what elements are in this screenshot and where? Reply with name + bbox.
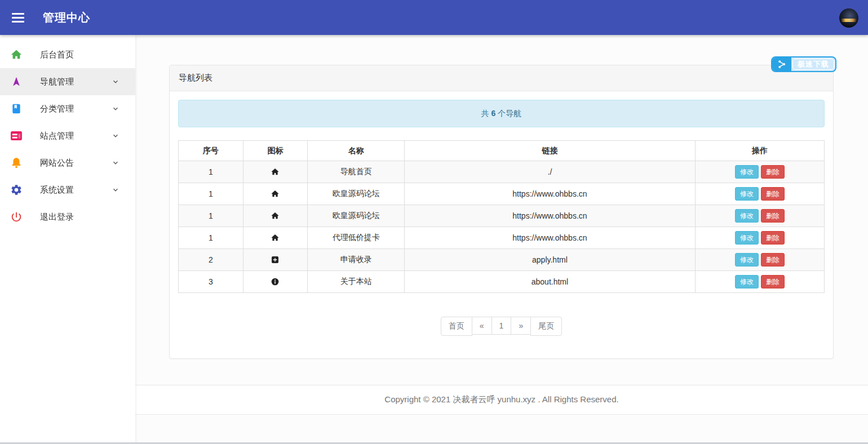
cell-link: about.html — [405, 271, 696, 293]
book-icon — [10, 102, 23, 116]
nav-table: 序号 图标 名称 链接 操作 1 导航首页 ./ 修改删除 — [178, 140, 825, 293]
power-icon — [10, 210, 23, 224]
table-row: 1 代理低价提卡 https://www.ohbbs.cn 修改删除 — [179, 227, 825, 249]
table-header-row: 序号 图标 名称 链接 操作 — [179, 141, 825, 161]
alert-suffix: 个导航 — [495, 109, 521, 118]
nav-count-alert: 共 6 个导航 — [178, 100, 825, 127]
table-row: 1 欧皇源码论坛 https://www.ohbbs.cn 修改删除 — [179, 183, 825, 205]
table-row: 2 申请收录 apply.html 修改删除 — [179, 249, 825, 271]
edit-button[interactable]: 修改 — [735, 253, 759, 267]
home-icon — [243, 233, 308, 242]
chevron-down-icon — [112, 186, 119, 194]
page-footer: Copyright © 2021 决裁者云呼 yunhu.xyz . All R… — [135, 385, 868, 415]
column-header-seq: 序号 — [179, 141, 243, 161]
table-row: 1 欧皇源码论坛 https://www.ohbbs.cn 修改删除 — [179, 205, 825, 227]
cell-link: apply.html — [405, 249, 696, 271]
edit-button[interactable]: 修改 — [735, 209, 759, 223]
cell-name: 欧皇源码论坛 — [308, 205, 405, 227]
chevron-down-icon — [112, 159, 119, 167]
menu-toggle-icon[interactable] — [0, 0, 36, 35]
gear-icon — [10, 183, 23, 197]
cell-link: https://www.ohbbs.cn — [405, 183, 696, 205]
nav-list-panel: 导航列表 共 6 个导航 序号 图标 名称 链接 操作 — [169, 65, 834, 359]
main-content: 极速下载 导航列表 共 6 个导航 序号 图标 名称 链接 操作 — [135, 0, 868, 444]
home-icon — [243, 167, 308, 176]
cell-icon — [243, 205, 308, 227]
table-row: 3 关于本站 about.html 修改删除 — [179, 271, 825, 293]
column-header-actions: 操作 — [695, 141, 824, 161]
edit-button[interactable]: 修改 — [735, 187, 759, 201]
pagination-last[interactable]: 尾页 — [530, 317, 562, 336]
home-icon — [243, 189, 308, 198]
pagination-page-1[interactable]: 1 — [491, 317, 512, 335]
pagination-first[interactable]: 首页 — [441, 317, 472, 336]
cell-seq: 3 — [179, 271, 243, 293]
navigation-icon — [10, 75, 23, 88]
pagination-next[interactable]: » — [511, 317, 531, 335]
delete-button[interactable]: 删除 — [761, 253, 785, 267]
delete-button[interactable]: 删除 — [761, 275, 785, 289]
sidebar: 后台首页 导航管理 分类管理 站点管理 网站公告 — [0, 35, 135, 444]
cell-actions: 修改删除 — [695, 249, 824, 271]
plus-square-icon — [243, 255, 308, 264]
panel-body: 共 6 个导航 序号 图标 名称 链接 操作 1 — [170, 91, 833, 358]
column-header-icon: 图标 — [243, 141, 308, 161]
cell-name: 申请收录 — [308, 249, 405, 271]
quick-download-overlay-button[interactable]: 极速下载 — [771, 56, 836, 72]
alert-prefix: 共 — [481, 109, 491, 118]
cell-actions: 修改删除 — [695, 205, 824, 227]
delete-button[interactable]: 删除 — [761, 209, 785, 223]
sidebar-item-nav-manage[interactable]: 导航管理 — [0, 68, 135, 95]
delete-button[interactable]: 删除 — [761, 187, 785, 201]
sidebar-item-site-manage[interactable]: 站点管理 — [0, 122, 135, 149]
pagination-prev[interactable]: « — [472, 317, 492, 335]
cell-actions: 修改删除 — [695, 183, 824, 205]
panel-title: 导航列表 — [170, 65, 833, 91]
cell-actions: 修改删除 — [695, 161, 824, 183]
quick-download-label: 极速下载 — [792, 59, 834, 70]
table-row: 1 导航首页 ./ 修改删除 — [179, 161, 825, 183]
bell-icon — [10, 156, 23, 170]
share-nodes-icon — [772, 57, 791, 71]
delete-button[interactable]: 删除 — [761, 165, 785, 179]
cell-name: 欧皇源码论坛 — [308, 183, 405, 205]
cell-link: ./ — [405, 161, 696, 183]
copyright-text: Copyright © 2021 决裁者云呼 yunhu.xyz . All R… — [384, 394, 618, 405]
cell-seq: 1 — [179, 183, 243, 205]
column-header-name: 名称 — [308, 141, 405, 161]
home-icon — [10, 48, 23, 61]
cell-seq: 1 — [179, 205, 243, 227]
cell-link: https://www.ohbbs.cn — [405, 227, 696, 249]
cell-icon — [243, 183, 308, 205]
chevron-down-icon — [112, 105, 119, 113]
cell-icon — [243, 161, 308, 183]
column-header-link: 链接 — [405, 141, 696, 161]
cell-name: 导航首页 — [308, 161, 405, 183]
sidebar-item-category-manage[interactable]: 分类管理 — [0, 95, 135, 122]
pagination: 首页 « 1 » 尾页 — [178, 317, 825, 336]
cell-link: https://www.ohbbs.cn — [405, 205, 696, 227]
delete-button[interactable]: 删除 — [761, 231, 785, 245]
info-circle-icon — [243, 277, 308, 286]
cell-actions: 修改删除 — [695, 227, 824, 249]
chevron-down-icon — [112, 132, 119, 140]
sidebar-item-system-settings[interactable]: 系统设置 — [0, 176, 135, 203]
chevron-down-icon — [112, 78, 119, 86]
edit-button[interactable]: 修改 — [735, 275, 759, 289]
home-icon — [243, 211, 308, 220]
cell-name: 代理低价提卡 — [308, 227, 405, 249]
edit-button[interactable]: 修改 — [735, 165, 759, 179]
app-title: 管理中心 — [43, 10, 90, 25]
layout-icon — [10, 129, 23, 143]
sidebar-item-logout[interactable]: 退出登录 — [0, 203, 135, 230]
cell-seq: 1 — [179, 161, 243, 183]
cell-actions: 修改删除 — [695, 271, 824, 293]
cell-seq: 1 — [179, 227, 243, 249]
cell-icon — [243, 271, 308, 293]
sidebar-item-dashboard[interactable]: 后台首页 — [0, 41, 135, 68]
cell-name: 关于本站 — [308, 271, 405, 293]
edit-button[interactable]: 修改 — [735, 231, 759, 245]
cell-seq: 2 — [179, 249, 243, 271]
user-avatar[interactable] — [839, 8, 858, 28]
sidebar-item-announcements[interactable]: 网站公告 — [0, 149, 135, 176]
